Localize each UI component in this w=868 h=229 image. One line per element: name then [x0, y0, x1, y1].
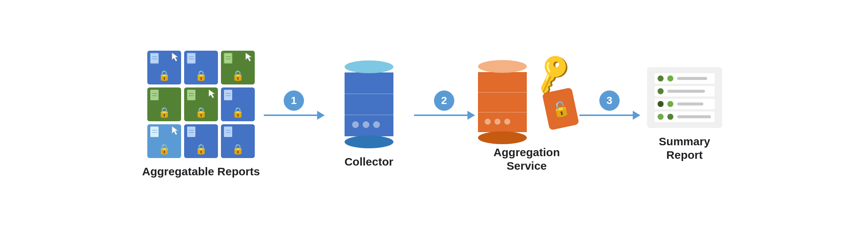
db-blue-bottom [345, 136, 393, 148]
svg-rect-21 [224, 90, 232, 100]
doc-icon [186, 90, 198, 103]
aggregation-service-label-2: Service [507, 159, 547, 173]
arrow-3-line [579, 114, 640, 116]
doc-icon [223, 127, 234, 140]
svg-rect-28 [187, 127, 195, 137]
node-collector: Collector [328, 60, 410, 169]
node-aggregatable-reports: 🔒 🔒 [142, 51, 260, 178]
db-orange-line-2 [478, 112, 527, 113]
dot-1b [667, 75, 673, 81]
arrow-1: 1 [260, 90, 328, 116]
lock-badge: 🔒 [158, 107, 170, 118]
dot-1a [658, 75, 664, 81]
reports-grid-visual: 🔒 🔒 [147, 51, 255, 158]
svg-rect-31 [224, 127, 232, 137]
aggregation-service-label-group: Aggregation Service [493, 146, 560, 173]
summary-report-label-2: Report [666, 148, 703, 162]
dot-3a [658, 101, 664, 107]
summary-report-label-group: Summary Report [659, 135, 710, 162]
arrow-3: 3 [576, 90, 643, 116]
cursor-icon [244, 52, 253, 62]
lock-badge: 🔒 [232, 143, 244, 155]
summary-report-visual [647, 67, 722, 128]
cursor-icon [207, 89, 216, 99]
summary-report-label-1: Summary [659, 135, 710, 148]
lock-badge: 🔒 [158, 70, 170, 81]
aggregatable-reports-label: Aggregatable Reports [142, 165, 260, 178]
doc-icon [150, 90, 161, 103]
cursor-icon [171, 126, 179, 136]
dot-2a [658, 88, 664, 94]
report-card-1: 🔒 [147, 51, 181, 84]
doc-icon [150, 127, 161, 140]
cursor-icon [171, 52, 179, 62]
step-2-circle: 2 [434, 90, 454, 111]
svg-rect-0 [150, 53, 159, 63]
svg-rect-9 [224, 53, 232, 63]
node-aggregation-service: 🔑 🔓 Aggregation Service [478, 56, 576, 173]
lock-on-card-icon: 🔓 [550, 99, 571, 119]
step-1-circle: 1 [284, 90, 304, 111]
doc-icon [186, 127, 198, 140]
summary-row-2 [655, 86, 715, 96]
db-line-2 [345, 114, 393, 115]
report-card-7: 🔒 [147, 124, 181, 158]
line-1 [677, 77, 707, 80]
summary-report-card [647, 67, 722, 128]
db-orange-dot-2 [494, 119, 501, 125]
svg-marker-13 [246, 53, 251, 61]
db-blue-body [345, 72, 393, 136]
doc-icon [150, 53, 161, 66]
dot-4b [667, 114, 673, 120]
svg-rect-24 [150, 127, 159, 137]
db-orange-bottom [478, 131, 527, 144]
svg-marker-20 [209, 90, 215, 98]
db-orange-top [478, 60, 527, 73]
aggregation-database [478, 60, 527, 144]
collector-visual [345, 60, 393, 148]
lock-badge: 🔒 [195, 70, 207, 81]
step-3-circle: 3 [599, 90, 620, 111]
svg-marker-27 [172, 127, 178, 135]
collector-label: Collector [345, 155, 393, 169]
diagram: 🔒 🔒 [0, 43, 868, 186]
lock-card: 🔓 [542, 87, 579, 130]
db-line-1 [345, 93, 393, 94]
db-orange-dot-3 [504, 119, 510, 125]
svg-marker-4 [172, 53, 178, 61]
db-dot-1 [352, 121, 359, 128]
report-card-4: 🔒 [147, 87, 181, 121]
svg-rect-17 [187, 90, 195, 100]
lock-badge: 🔒 [232, 70, 244, 81]
collector-database [345, 60, 393, 148]
svg-rect-5 [187, 53, 195, 63]
arrow-1-line [264, 114, 324, 116]
line-4 [677, 115, 711, 118]
report-card-5: 🔒 [184, 87, 218, 121]
line-3 [677, 102, 703, 105]
db-orange-dot-1 [485, 119, 491, 125]
aggregation-service-label-1: Aggregation [493, 146, 560, 159]
report-card-8: 🔒 [184, 124, 218, 158]
node-summary-report: Summary Report [643, 67, 726, 162]
report-card-3: 🔒 [221, 51, 255, 84]
report-card-6: 🔒 [221, 87, 255, 121]
lock-badge: 🔒 [195, 107, 207, 118]
line-2 [667, 90, 705, 93]
lock-badge: 🔒 [158, 143, 170, 155]
arrow-2: 2 [410, 90, 478, 116]
db-orange-line-1 [478, 92, 527, 93]
lock-badge: 🔒 [232, 107, 244, 118]
dot-3b [667, 101, 673, 107]
aggregation-visual: 🔑 🔓 [478, 56, 576, 139]
svg-rect-14 [150, 90, 159, 100]
doc-icon [223, 53, 234, 66]
summary-row-4 [655, 111, 715, 122]
dot-4a [658, 114, 664, 120]
arrow-2-line [414, 114, 474, 116]
db-dot-2 [363, 121, 369, 128]
summary-row-1 [655, 73, 715, 84]
report-card-2: 🔒 [184, 51, 218, 84]
db-dot-3 [373, 121, 380, 128]
report-card-9: 🔒 [221, 124, 255, 158]
